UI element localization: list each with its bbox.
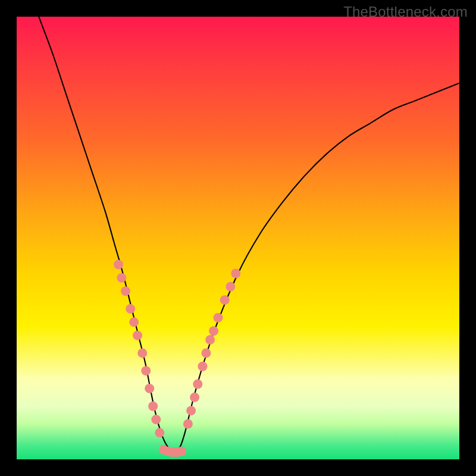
data-marker — [186, 406, 196, 415]
chart-container: TheBottleneck.com — [0, 0, 476, 476]
data-marker — [193, 380, 202, 389]
data-marker — [126, 304, 135, 314]
data-marker — [145, 384, 154, 393]
data-marker — [129, 317, 139, 327]
data-marker — [209, 326, 218, 336]
data-marker — [117, 273, 126, 283]
data-marker — [148, 402, 158, 411]
bottleneck-curve — [39, 17, 459, 451]
data-marker — [231, 269, 240, 278]
data-marker — [183, 419, 193, 428]
data-marker — [177, 447, 186, 456]
data-marker — [133, 331, 142, 340]
data-marker — [114, 260, 123, 270]
data-marker — [205, 335, 215, 345]
chart-svg — [17, 17, 459, 459]
marker-group — [114, 260, 240, 457]
data-marker — [141, 366, 151, 375]
data-marker — [137, 348, 147, 358]
watermark-text: TheBottleneck.com — [343, 4, 468, 20]
data-marker — [155, 428, 164, 437]
data-marker — [151, 415, 161, 424]
data-marker — [226, 282, 235, 292]
data-marker — [220, 295, 230, 305]
data-marker — [121, 286, 130, 296]
data-marker — [190, 393, 199, 402]
data-marker — [198, 362, 207, 371]
data-marker — [214, 313, 223, 322]
data-marker — [201, 348, 211, 358]
